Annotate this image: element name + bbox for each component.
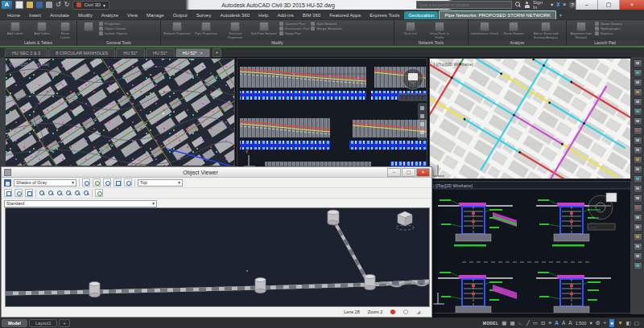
minimize-button[interactable]: – [576, 0, 597, 10]
new-drawing-tab-button[interactable]: + [213, 48, 222, 57]
toolbar-icon[interactable] [634, 185, 642, 193]
toolbar-icon[interactable] [634, 233, 642, 241]
properties-button[interactable]: Properties [99, 22, 127, 26]
connect-part-button[interactable]: Connect Part [279, 22, 309, 26]
interference-check-button[interactable]: Interference Check [471, 21, 498, 36]
workspace-switcher[interactable]: Civil 3D ▾ [72, 1, 109, 10]
search-icon[interactable] [515, 2, 522, 8]
save-icon[interactable] [36, 2, 43, 8]
scale-arrow-icon[interactable]: ▾ [589, 319, 592, 327]
drawing-tab-3[interactable]: HU 51* [116, 48, 145, 57]
toolbar-icon[interactable] [634, 88, 642, 96]
split-network-button[interactable]: Split Network [311, 22, 341, 26]
sign-in-arrow-icon[interactable]: ▾ [551, 2, 553, 8]
viewport-profiles[interactable]: Y [237, 58, 427, 168]
grid-toggle-icon[interactable]: ▦ [502, 319, 506, 327]
layout1-tab[interactable]: Layout1 [29, 319, 58, 327]
toolbar-icon[interactable] [634, 156, 642, 164]
reset-labels-button[interactable]: Reset Labels [56, 21, 74, 39]
zoom-out-icon[interactable] [47, 190, 54, 196]
ribbon-options-arrow-icon[interactable]: ▾ [557, 10, 564, 19]
drawing-tab-5-active[interactable]: HU 52* × [175, 48, 210, 57]
tab-annotate[interactable]: Annotate [46, 11, 73, 19]
close-tab-icon[interactable]: × [200, 51, 202, 55]
tab-output[interactable]: Output [169, 11, 192, 19]
visual-style-dropdown[interactable]: Shades of Gray ▾ [14, 179, 76, 187]
named-view-dropdown[interactable]: Standard ▾ [4, 200, 157, 207]
viewport-label[interactable]: [-][Top][2D Wireframe] [10, 62, 50, 67]
lineweight-toggle-icon[interactable]: ▭ [533, 319, 538, 327]
tab-analyze[interactable]: Analyze [97, 11, 122, 19]
annotation-scale-icon[interactable]: A [568, 319, 572, 327]
ov-save-icon[interactable] [4, 179, 11, 187]
tab-pipe-networks-contextual[interactable]: Pipe Networks: PROPOSED STORM NETWORK [439, 10, 556, 19]
tab-geolocation[interactable]: Geolocation [404, 11, 438, 19]
zoom-scale-icon[interactable] [25, 189, 33, 197]
workspace-gear-icon[interactable]: ⚙ [596, 319, 601, 327]
toolbar-icon[interactable] [634, 59, 642, 68]
annotation-visibility-icon[interactable]: A [555, 319, 559, 327]
toolbar-icon[interactable] [634, 166, 642, 174]
object-viewer-canvas[interactable] [5, 207, 430, 307]
ortho-toggle-icon[interactable]: ∟ [518, 319, 523, 327]
draw-parts-in-profile-button[interactable]: Draw Parts in Profile [426, 21, 453, 39]
network-properties-button[interactable]: Network Properties [163, 21, 191, 36]
close-button[interactable]: × [619, 0, 644, 10]
alignment-from-network-button[interactable]: Alignment from Network [569, 21, 593, 39]
edit-pipe-network-button[interactable]: Edit Pipe Network [250, 21, 278, 36]
hardware-acceleration-icon[interactable]: ● [609, 319, 614, 327]
swivel-icon[interactable] [124, 178, 132, 187]
viewport-label[interactable]: [-][Top][2D Wireframe] [433, 183, 473, 188]
snap-toggle-icon[interactable]: ▩ [510, 319, 514, 327]
app-logo-icon[interactable]: A [2, 1, 12, 9]
hydrographs-button[interactable]: Hydrographs [595, 27, 622, 31]
customize-icon[interactable]: ▢ [634, 319, 639, 327]
zoom-extents-icon[interactable] [65, 190, 72, 196]
search-input[interactable] [416, 1, 512, 9]
tab-home[interactable]: Home [3, 11, 24, 19]
resize-grip[interactable]: ◢ [416, 309, 420, 314]
isolate-objects-button[interactable]: Isolate Objects [99, 31, 127, 35]
sign-in-link[interactable]: Sign In [533, 0, 547, 10]
tab-survey[interactable]: Survey [192, 11, 216, 19]
add-labels-button[interactable]: Add Labels [2, 21, 27, 36]
properties-big-button[interactable] [80, 21, 97, 31]
tab-manage[interactable]: Manage [142, 11, 168, 19]
zoom-dynamic-icon[interactable] [14, 189, 23, 197]
pipe-properties-button[interactable]: Pipe Properties [192, 21, 220, 36]
zoom-icon[interactable] [93, 178, 101, 187]
model-tab[interactable]: Model [2, 319, 27, 327]
toolbar-icon[interactable] [634, 243, 642, 251]
swap-part-button[interactable]: Swap Part [279, 31, 309, 35]
annotation-scale-value[interactable]: 1:500 [576, 321, 587, 326]
tab-featured-apps[interactable]: Featured Apps [325, 11, 365, 19]
tab-addins[interactable]: Add-ins [273, 11, 297, 19]
pan-realtime-icon[interactable] [95, 189, 103, 197]
toolbar-icon[interactable] [634, 117, 642, 125]
new-file-icon[interactable] [15, 1, 23, 9]
toolbar-icon[interactable] [634, 204, 642, 212]
object-viewer-titlebar[interactable]: Object Viewer – ▢ × [2, 167, 431, 178]
launch-storm-sewers-button[interactable]: Storm Sewers [595, 22, 622, 26]
edit-storm-sanitary-button[interactable]: Edit in Storm and Sanitary Analysis [529, 21, 563, 39]
dynamic-input-toggle-icon[interactable]: ≡ [548, 319, 551, 327]
new-layout-button[interactable]: + [59, 319, 69, 327]
disconnect-part-button[interactable]: Disconnect Part [279, 27, 309, 31]
exchange-apps-icon[interactable]: X [556, 2, 559, 8]
toolbar-icon[interactable] [634, 137, 642, 145]
view-direction-dropdown[interactable]: Top ▾ [138, 179, 183, 187]
viewport-top-left[interactable]: [-][Top][2D Wireframe] [5, 58, 235, 166]
zoom-realtime-icon[interactable] [83, 190, 89, 196]
constrained-orbit-icon[interactable] [114, 178, 122, 187]
pan-icon[interactable] [82, 178, 90, 187]
viewport-bottom-right[interactable]: [-][Top][2D Wireframe] [429, 181, 631, 314]
toolbar-icon[interactable] [634, 214, 642, 222]
orbit-icon[interactable] [103, 178, 111, 187]
ov-minimize-button[interactable]: – [387, 168, 401, 177]
redo-icon[interactable]: ↻ [64, 2, 70, 8]
toolbar-icon[interactable] [634, 69, 642, 77]
ov-maximize-button[interactable]: ▢ [402, 168, 415, 177]
polar-toggle-icon[interactable]: ╱ [526, 319, 530, 327]
toolbar-icon[interactable] [634, 175, 642, 183]
tab-insert[interactable]: Insert [25, 11, 45, 19]
